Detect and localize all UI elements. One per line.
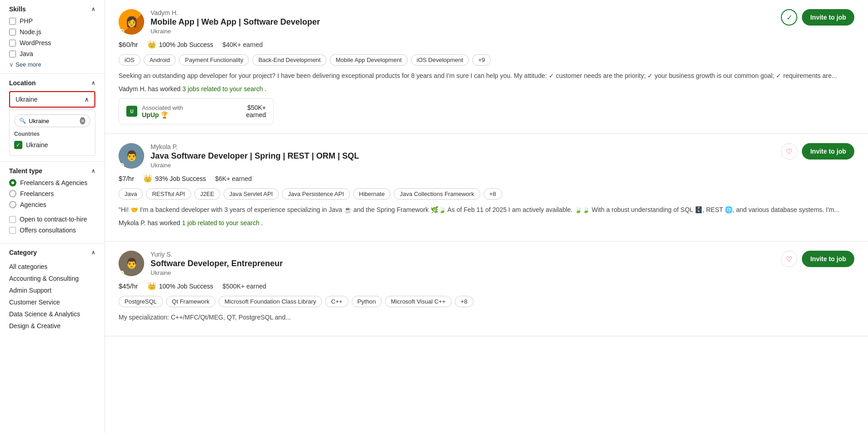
tag-payment[interactable]: Payment Functionality: [179, 54, 249, 66]
heart-yuriy-button[interactable]: ♡: [781, 251, 797, 267]
location-dropdown: 🔍 ✕ Countries ✓ Ukraine: [9, 109, 95, 156]
tag-cpp[interactable]: C++: [325, 296, 348, 307]
location-clear-button[interactable]: ✕: [80, 117, 85, 124]
country-ukraine-item: ✓ Ukraine: [14, 139, 90, 151]
location-select[interactable]: Ukraine ∧: [9, 91, 95, 108]
location-header[interactable]: Location ∧: [9, 79, 95, 87]
offers-consultations-checkbox[interactable]: [9, 227, 16, 234]
location-label: Location: [9, 79, 36, 87]
skill-php: PHP: [9, 17, 95, 25]
rate-mykola: $7/hr: [119, 175, 134, 182]
tag-qt[interactable]: Qt Framework: [166, 296, 215, 307]
radio-empty-icon: [9, 190, 16, 197]
freelancer-title-vadym: Mobile App | Web App | Software Develope…: [151, 17, 774, 27]
rate-yuriy: $45/hr: [119, 282, 138, 290]
invite-mykola-button[interactable]: Invite to job: [802, 143, 854, 160]
freelancer-card-mykola: 👨 Mykola P. Java Software Developer | Sp…: [105, 134, 868, 242]
verified-badge-vadym: ✓: [781, 9, 797, 26]
card-header-vadym: 👩 Vadym H. Mobile App | Web App | Softwa…: [119, 9, 854, 35]
freelancer-title-mykola: Java Software Developer | Spring | REST …: [151, 151, 774, 161]
invite-yuriy-button[interactable]: Invite to job: [802, 251, 854, 267]
card-related-link-mykola[interactable]: 1 job related to your search: [182, 219, 260, 227]
open-contract-filter[interactable]: Open to contract-to-hire: [9, 216, 95, 223]
avatar-yuriy: 👨: [119, 251, 144, 276]
tag-restful[interactable]: RESTful API: [146, 188, 191, 200]
offers-consultations-label: Offers consultations: [20, 227, 76, 234]
tag-collections[interactable]: Java Collections Framework: [394, 188, 480, 200]
card-desc-yuriy: My specialization: C++/MFC/Qt/MEG, QT, P…: [119, 313, 854, 322]
category-admin[interactable]: Admin Support: [9, 284, 95, 296]
talent-agencies[interactable]: Agencies: [9, 201, 95, 208]
tag-hibernate[interactable]: Hibernate: [353, 188, 390, 200]
tag-mobileapp[interactable]: Mobile App Development: [330, 54, 408, 66]
category-all-label: All categories: [9, 263, 47, 270]
tag-more-mykola[interactable]: +8: [483, 188, 502, 200]
talent-option-2-label: Agencies: [20, 201, 47, 208]
tag-ios[interactable]: iOS: [119, 54, 140, 66]
category-data-science[interactable]: Data Science & Analytics: [9, 308, 95, 320]
skill-php-checkbox[interactable]: [9, 18, 16, 25]
category-customer[interactable]: Customer Service: [9, 296, 95, 308]
card-stats-vadym: $60/hr 👑 100% Job Success $40K+ earned: [119, 40, 854, 49]
card-actions-mykola: ♡ Invite to job: [781, 143, 854, 160]
skill-java: Java: [9, 50, 95, 57]
category-accounting[interactable]: Accounting & Consulting: [9, 273, 95, 284]
card-stats-yuriy: $45/hr 👑 100% Job Success $500K+ earned: [119, 282, 854, 290]
freelancer-location-yuriy: Ukraine: [151, 269, 774, 276]
tag-msvc[interactable]: Microsoft Visual C++: [385, 296, 452, 307]
tag-python[interactable]: Python: [352, 296, 382, 307]
tag-persistence[interactable]: Java Persistence API: [282, 188, 350, 200]
talent-freelancers[interactable]: Freelancers: [9, 190, 95, 197]
rate-vadym: $60/hr: [119, 41, 138, 48]
location-search-icon: 🔍: [19, 118, 26, 124]
category-accounting-label: Accounting & Consulting: [9, 275, 79, 282]
tag-more-yuriy[interactable]: +8: [455, 296, 473, 307]
category-all[interactable]: All categories: [9, 261, 95, 273]
tag-java[interactable]: Java: [119, 188, 143, 200]
skills-label: Skills: [9, 5, 26, 13]
tag-j2ee[interactable]: J2EE: [194, 188, 220, 200]
job-success-yuriy: 👑 100% Job Success: [147, 282, 213, 290]
offers-consultations-filter[interactable]: Offers consultations: [9, 227, 95, 234]
see-more-icon: ∨: [9, 61, 14, 68]
tag-more-vadym[interactable]: +9: [472, 54, 491, 66]
location-search-box: 🔍 ✕: [14, 114, 90, 127]
open-contract-checkbox[interactable]: [9, 216, 16, 223]
tag-postgresql[interactable]: PostgreSQL: [119, 296, 163, 307]
card-related-link-vadym[interactable]: 3 jobs related to your search: [182, 85, 263, 93]
location-chevron: ∧: [91, 80, 95, 86]
talent-type-label: Talent type: [9, 167, 42, 175]
freelancer-card-vadym: 👩 Vadym H. Mobile App | Web App | Softwa…: [105, 0, 868, 134]
card-stats-mykola: $7/hr 👑 93% Job Success $6K+ earned: [119, 174, 854, 183]
talent-type-header[interactable]: Talent type ∧: [9, 167, 95, 175]
location-section: Location ∧ Ukraine ∧ 🔍 ✕ Countries ✓: [0, 74, 104, 162]
location-search-input[interactable]: [29, 118, 77, 124]
country-ukraine-checkbox[interactable]: ✓: [14, 141, 22, 149]
earned-vadym: $40K+ earned: [223, 41, 263, 48]
tag-iosDev[interactable]: iOS Development: [411, 54, 469, 66]
skill-java-label: Java: [20, 50, 33, 57]
card-desc-vadym: Seeking an outstanding app developer for…: [119, 71, 854, 81]
crown-icon-yuriy: 👑: [147, 282, 156, 290]
heart-mykola-button[interactable]: ♡: [781, 143, 797, 160]
skill-nodejs-checkbox[interactable]: [9, 29, 16, 36]
tag-backend[interactable]: Back-End Development: [252, 54, 327, 66]
skill-nodejs-label: Node.js: [20, 28, 41, 36]
tag-servlet[interactable]: Java Servlet API: [223, 188, 279, 200]
card-related-mykola: Mykola P. has worked 1 job related to yo…: [119, 219, 854, 227]
skill-wordpress-checkbox[interactable]: [9, 40, 16, 46]
category-header[interactable]: Category ∧: [9, 249, 95, 256]
see-more-button[interactable]: ∨ See more: [9, 61, 95, 68]
category-design-label: Design & Creative: [9, 322, 61, 330]
category-customer-label: Customer Service: [9, 299, 60, 306]
tag-mfc[interactable]: Microsoft Foundation Class Library: [218, 296, 322, 307]
invite-vadym-button[interactable]: Invite to job: [802, 9, 854, 26]
skill-java-checkbox[interactable]: [9, 51, 16, 57]
skills-header[interactable]: Skills ∧: [9, 5, 95, 13]
category-label: Category: [9, 249, 37, 256]
crown-icon-mykola: 👑: [143, 174, 152, 183]
tag-android[interactable]: Android: [144, 54, 176, 66]
talent-freelancers-agencies[interactable]: Freelancers & Agencies: [9, 179, 95, 186]
talent-type-section: Talent type ∧ Freelancers & Agencies Fre…: [0, 162, 104, 243]
category-design[interactable]: Design & Creative: [9, 320, 95, 332]
